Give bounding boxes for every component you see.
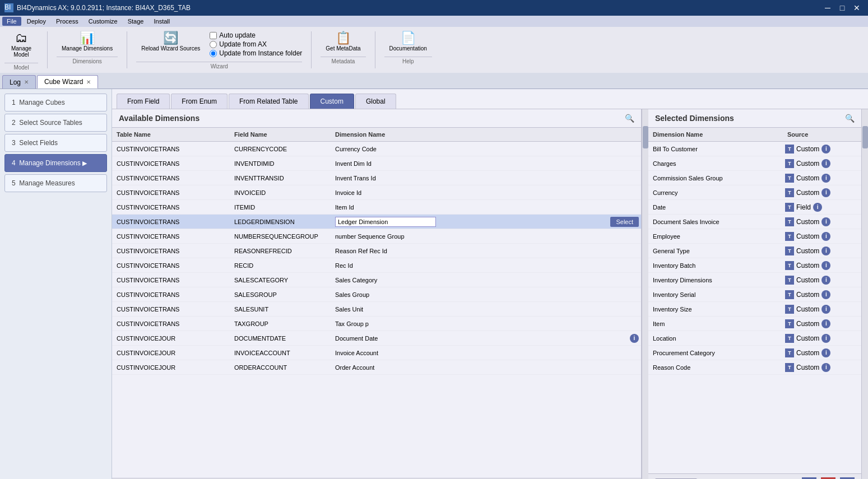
- col-header-dim-name: Dimension Name: [331, 130, 641, 139]
- selected-scrollbar[interactable]: [861, 109, 868, 479]
- doc-tab-cube-wizard-close[interactable]: ✕: [86, 79, 91, 85]
- sel-info-icon[interactable]: i: [821, 217, 830, 226]
- selected-row[interactable]: Item T Custom i: [648, 317, 861, 331]
- selected-row[interactable]: Bill To Customer T Custom i: [648, 142, 861, 156]
- manage-model-button[interactable]: 🗂 Manage Model: [4, 29, 38, 61]
- sel-info-icon[interactable]: i: [821, 319, 830, 328]
- sel-info-icon[interactable]: i: [821, 232, 830, 241]
- col-sel-header-name: Dimension Name: [648, 130, 783, 139]
- sel-info-icon[interactable]: i: [821, 348, 830, 357]
- update-ax-radio[interactable]: [210, 41, 217, 48]
- dim-tab-custom[interactable]: Custom: [310, 94, 354, 109]
- available-row[interactable]: CUSTINVOICEJOUR DOCUMENTDATE Document Da…: [112, 331, 641, 346]
- wizard-step-3[interactable]: 3 Select Fields: [4, 134, 107, 152]
- sel-info-icon[interactable]: i: [813, 203, 822, 212]
- wizard-step-5[interactable]: 5 Manage Measures: [4, 174, 107, 192]
- selected-row[interactable]: Inventory Dimensions T Custom i: [648, 273, 861, 287]
- available-scrollbar[interactable]: [642, 109, 648, 479]
- dim-tab-global[interactable]: Global: [355, 94, 396, 109]
- update-instance-radio[interactable]: [210, 50, 217, 57]
- sel-info-icon[interactable]: i: [821, 159, 830, 168]
- available-row[interactable]: CUSTINVOICETRANS SALESCATEGORY Sales Cat…: [112, 273, 641, 287]
- update-ax-option[interactable]: Update from AX: [210, 40, 302, 48]
- auto-update-checkbox[interactable]: [210, 32, 217, 39]
- selected-search-icon[interactable]: 🔍: [845, 114, 855, 123]
- sel-info-icon[interactable]: i: [821, 261, 830, 270]
- available-row[interactable]: CUSTINVOICETRANS NUMBERSEQUENCEGROUP num…: [112, 229, 641, 244]
- available-row[interactable]: CUSTINVOICETRANS TAXGROUP Tax Group p: [112, 317, 641, 331]
- title-bar-controls[interactable]: ─ □ ✕: [821, 1, 864, 15]
- sel-info-icon[interactable]: i: [821, 290, 830, 299]
- doc-tab-log-close[interactable]: ✕: [24, 79, 29, 85]
- available-row[interactable]: CUSTINVOICETRANS INVENTDIMID Invent Dim …: [112, 156, 641, 171]
- menu-file[interactable]: File: [2, 17, 21, 26]
- get-metadata-button[interactable]: 📋 Get MetaData: [321, 29, 365, 54]
- sel-info-icon[interactable]: i: [821, 363, 830, 372]
- available-row[interactable]: CUSTINVOICETRANS INVOICEID Invoice Id: [112, 185, 641, 200]
- available-search-icon[interactable]: 🔍: [625, 114, 634, 123]
- row-select-button[interactable]: Select: [610, 217, 639, 227]
- selected-row[interactable]: Inventory Serial T Custom i: [648, 287, 861, 302]
- available-scroll-thumb[interactable]: [643, 126, 648, 148]
- selected-row[interactable]: Document Sales Invoice T Custom i: [648, 215, 861, 229]
- dim-tab-from-enum[interactable]: From Enum: [171, 94, 228, 109]
- selected-row[interactable]: Location T Custom i: [648, 331, 861, 346]
- available-row[interactable]: CUSTINVOICETRANS SALESGROUP Sales Group: [112, 287, 641, 302]
- selected-row[interactable]: Inventory Batch T Custom i: [648, 258, 861, 273]
- menu-process[interactable]: Process: [52, 17, 83, 26]
- manage-dimensions-button[interactable]: 📊 Manage Dimensions: [57, 29, 118, 54]
- sel-info-icon[interactable]: i: [821, 145, 830, 154]
- info-icon[interactable]: i: [630, 334, 639, 343]
- dim-tab-from-field[interactable]: From Field: [117, 94, 170, 109]
- selected-row[interactable]: Inventory Size T Custom i: [648, 302, 861, 317]
- doc-tab-cube-wizard[interactable]: Cube Wizard ✕: [37, 75, 98, 89]
- sel-info-icon[interactable]: i: [821, 334, 830, 343]
- selected-row[interactable]: Procurement Category T Custom i: [648, 346, 861, 360]
- update-instance-option[interactable]: Update from Instance folder: [210, 49, 302, 57]
- selected-row[interactable]: Employee T Custom i: [648, 229, 861, 244]
- available-panel-title: Available Dimensions: [119, 114, 199, 123]
- sel-info-icon[interactable]: i: [821, 305, 830, 314]
- selected-row[interactable]: General Type T Custom i: [648, 244, 861, 258]
- selected-row[interactable]: Currency T Custom i: [648, 185, 861, 200]
- selected-row[interactable]: Charges T Custom i: [648, 156, 861, 171]
- available-row[interactable]: CUSTINVOICETRANS CURRENCYCODE Currency C…: [112, 142, 641, 156]
- documentation-button[interactable]: 📄 Documentation: [384, 29, 432, 54]
- available-row[interactable]: CUSTINVOICETRANS LEDGERDIMENSION Select: [112, 215, 641, 229]
- maximize-button[interactable]: □: [835, 1, 849, 15]
- source-label: Custom: [796, 291, 819, 299]
- menu-install[interactable]: Install: [149, 17, 174, 26]
- available-row[interactable]: CUSTINVOICEJOUR INVOICEACCOUNT Invoice A…: [112, 346, 641, 360]
- wizard-step-2[interactable]: 2 Select Source Tables: [4, 114, 107, 132]
- cell-dim: Invoice Id: [331, 188, 641, 198]
- selected-row[interactable]: Date T Field i: [648, 200, 861, 215]
- sel-info-icon[interactable]: i: [821, 174, 830, 183]
- available-row[interactable]: CUSTINVOICEJOUR ORDERACCOUNT Order Accou…: [112, 360, 641, 375]
- get-metadata-label: Get MetaData: [326, 45, 360, 52]
- dim-tab-from-related[interactable]: From Related Table: [229, 94, 309, 109]
- selected-row[interactable]: Reason Code T Custom i: [648, 360, 861, 375]
- cell-field: TAXGROUP: [230, 319, 331, 329]
- available-row[interactable]: CUSTINVOICETRANS ITEMID Item Id: [112, 200, 641, 215]
- selected-row[interactable]: Commission Sales Group T Custom i: [648, 171, 861, 185]
- available-row[interactable]: CUSTINVOICETRANS RECID Rec Id: [112, 258, 641, 273]
- available-row[interactable]: CUSTINVOICETRANS INVENTTRANSID Invent Tr…: [112, 171, 641, 185]
- auto-update-option[interactable]: Auto update: [210, 31, 302, 39]
- reload-wizard-button[interactable]: 🔄 Reload Wizard Sources: [136, 29, 205, 59]
- menu-customize[interactable]: Customize: [84, 17, 122, 26]
- wizard-step-4[interactable]: 4 Manage Dimensions: [4, 154, 107, 172]
- menu-stage[interactable]: Stage: [123, 17, 148, 26]
- wizard-step-1[interactable]: 1 Manage Cubes: [4, 94, 107, 111]
- menu-deploy[interactable]: Deploy: [22, 17, 50, 26]
- available-row[interactable]: CUSTINVOICETRANS SALESUNIT Sales Unit: [112, 302, 641, 317]
- minimize-button[interactable]: ─: [821, 1, 834, 15]
- close-button[interactable]: ✕: [850, 1, 864, 15]
- dim-name-input[interactable]: [335, 217, 436, 227]
- selected-scroll-thumb[interactable]: [862, 126, 868, 148]
- sel-info-icon[interactable]: i: [821, 188, 830, 197]
- sel-cell-source: T Field i: [783, 201, 861, 213]
- doc-tab-log[interactable]: Log ✕: [2, 75, 36, 89]
- available-row[interactable]: CUSTINVOICETRANS REASONREFRECID Reason R…: [112, 244, 641, 258]
- sel-info-icon[interactable]: i: [821, 276, 830, 285]
- sel-info-icon[interactable]: i: [821, 247, 830, 255]
